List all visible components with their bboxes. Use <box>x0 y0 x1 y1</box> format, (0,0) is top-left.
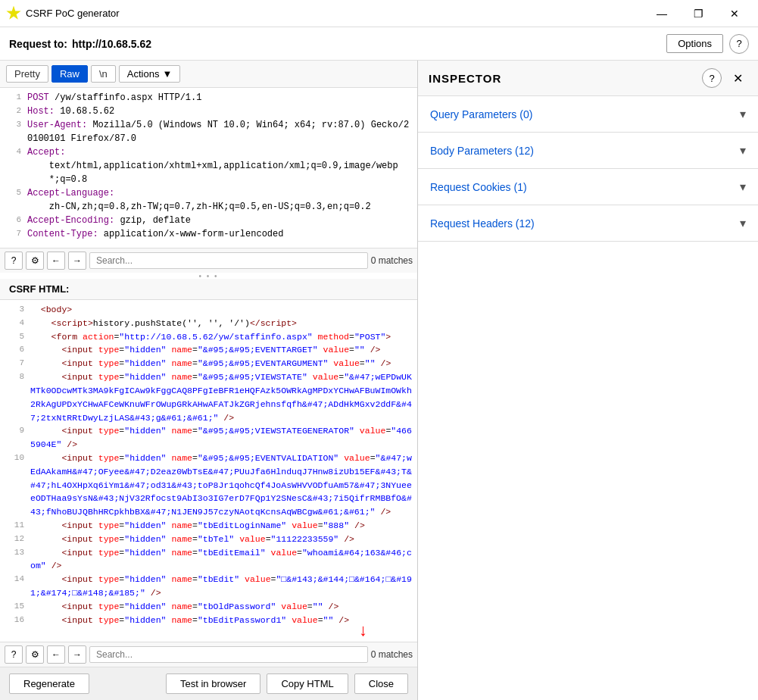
settings-search-icon[interactable]: ⚙ <box>26 252 44 270</box>
titlebar: CSRF PoC generator — ❐ ✕ <box>0 0 758 27</box>
left-panel: Pretty Raw \n Actions ▼ 1 POST /yw/staff… <box>0 61 418 700</box>
footer-right: Test in browser Copy HTML Close <box>166 673 408 694</box>
request-headers-chevron-icon: ▾ <box>740 216 746 230</box>
close-button[interactable]: Close <box>354 673 408 694</box>
table-row: 12 <input type="hidden" name="tbTel" val… <box>0 533 417 546</box>
footer-bar: Regenerate Test in browser Copy HTML Clo… <box>0 667 417 700</box>
table-row: 6 <input type="hidden" name="&#95;&#95;E… <box>0 343 417 357</box>
inspector-title: INSPECTOR <box>429 72 702 85</box>
bottom-prev-button[interactable]: ← <box>47 645 65 664</box>
bottom-search-bar: ? ⚙ ← → 0 matches <box>0 642 417 667</box>
table-row: 10 <input type="hidden" name="&#95;&#95;… <box>0 452 417 519</box>
inspector-close-button[interactable]: ✕ <box>728 68 747 88</box>
request-url: http://10.68.5.62 <box>72 38 151 50</box>
inspector-help-button[interactable]: ? <box>702 68 722 88</box>
actions-chevron-icon: ▼ <box>162 68 172 80</box>
request-toolbar: Pretty Raw \n Actions ▼ <box>0 61 417 88</box>
table-row: 3 User-Agent: Mozilla/5.0 (Windows NT 10… <box>0 118 417 145</box>
table-row: 11 <input type="hidden" name="tbEditLogi… <box>0 519 417 533</box>
request-headers-section: Request Headers (12) ▾ <box>418 205 758 242</box>
request-headers-header[interactable]: Request Headers (12) ▾ <box>418 205 758 241</box>
options-button[interactable]: Options <box>666 34 723 53</box>
newline-tab[interactable]: \n <box>91 65 116 83</box>
maximize-button[interactable]: ❐ <box>681 3 716 24</box>
bottom-next-button[interactable]: → <box>68 645 86 664</box>
request-cookies-label: Request Cookies (1) <box>430 181 527 193</box>
addressbar: Request to: http://10.68.5.62 Options ? <box>0 27 758 61</box>
top-search-bar: ? ⚙ ← → 0 matches <box>0 248 417 273</box>
table-row: 8 <input type="hidden" name="&#95;&#95;V… <box>0 370 417 424</box>
table-row: 2 Host: 10.68.5.62 <box>0 105 417 118</box>
help-button[interactable]: ? <box>729 34 749 54</box>
request-headers-label: Request Headers (12) <box>430 217 535 230</box>
request-cookies-chevron-icon: ▾ <box>740 180 746 194</box>
table-row: 3 <body> <box>0 303 417 317</box>
table-row: 16 <input type="hidden" name="tbEditPass… <box>0 614 417 627</box>
query-params-chevron-icon: ▾ <box>740 107 746 121</box>
query-params-header[interactable]: Query Parameters (0) ▾ <box>418 96 758 132</box>
copy-html-button[interactable]: Copy HTML <box>267 673 348 694</box>
body-params-label: Body Parameters (12) <box>430 145 534 157</box>
addressbar-actions: Options ? <box>666 34 749 54</box>
actions-label: Actions <box>127 68 160 80</box>
raw-tab[interactable]: Raw <box>51 65 88 83</box>
inspector-header: INSPECTOR ? ✕ <box>418 61 758 96</box>
window-controls: — ❐ ✕ <box>644 3 752 24</box>
body-params-header[interactable]: Body Parameters (12) ▾ <box>418 133 758 168</box>
table-row: 7 <input type="hidden" name="&#95;&#95;E… <box>0 357 417 370</box>
table-row: 7 Content-Type: application/x-www-form-u… <box>0 227 417 241</box>
close-window-button[interactable]: ✕ <box>717 3 752 24</box>
help-search-icon[interactable]: ? <box>5 252 23 270</box>
actions-button[interactable]: Actions ▼ <box>119 65 181 83</box>
request-code-area[interactable]: 1 POST /yw/staffinfo.aspx HTTP/1.1 2 Hos… <box>0 88 417 248</box>
bottom-settings-icon[interactable]: ⚙ <box>26 645 44 664</box>
table-row: 9 <input type="hidden" name="&#95;&#95;V… <box>0 424 417 452</box>
footer-left: Regenerate <box>9 673 89 694</box>
table-row: 1 POST /yw/staffinfo.aspx HTTP/1.1 <box>0 91 417 105</box>
table-row: 4 Accept: text/html,application/xhtml+xm… <box>0 145 417 186</box>
test-browser-button[interactable]: Test in browser <box>166 673 260 694</box>
bottom-search-input[interactable] <box>89 646 368 663</box>
minimize-button[interactable]: — <box>644 3 679 24</box>
csrf-panel: CSRF HTML: 3 <body> 4 <script>history.pu… <box>0 279 417 667</box>
prev-match-button[interactable]: ← <box>47 252 65 270</box>
bottom-search-wrapper: ? ⚙ ← → 0 matches ↓ <box>0 642 417 667</box>
csrf-label: CSRF HTML: <box>0 279 417 300</box>
query-params-label: Query Parameters (0) <box>430 108 532 120</box>
regenerate-button[interactable]: Regenerate <box>9 673 89 694</box>
query-params-section: Query Parameters (0) ▾ <box>418 96 758 133</box>
table-row: 5 Accept-Language: zh-CN,zh;q=0.8,zh-TW;… <box>0 186 417 214</box>
csrf-code-area[interactable]: 3 <body> 4 <script>history.pushState('',… <box>0 300 417 642</box>
bottom-help-icon[interactable]: ? <box>5 645 23 664</box>
panel-resizer[interactable]: • • • <box>0 273 417 279</box>
app-title: CSRF PoC generator <box>26 8 644 19</box>
table-row: 5 <form action="http://10.68.5.62/yw/sta… <box>0 330 417 344</box>
table-row: 4 <script>history.pushState('', '', '/')… <box>0 317 417 330</box>
body-params-chevron-icon: ▾ <box>740 143 746 158</box>
table-row: 14 <input type="hidden" name="tbEdit" va… <box>0 573 417 600</box>
pretty-tab[interactable]: Pretty <box>6 65 48 83</box>
request-viewer: Pretty Raw \n Actions ▼ 1 POST /yw/staff… <box>0 61 417 273</box>
next-match-button[interactable]: → <box>68 252 86 270</box>
main-content: Pretty Raw \n Actions ▼ 1 POST /yw/staff… <box>0 61 758 700</box>
top-matches-label: 0 matches <box>371 255 413 266</box>
table-row: 6 Accept-Encoding: gzip, deflate <box>0 214 417 227</box>
table-row: 13 <input type="hidden" name="tbEditEmai… <box>0 546 417 573</box>
request-cookies-header[interactable]: Request Cookies (1) ▾ <box>418 169 758 205</box>
body-params-section: Body Parameters (12) ▾ <box>418 133 758 169</box>
bottom-matches-label: 0 matches <box>371 649 413 660</box>
request-to-label: Request to: <box>9 38 67 50</box>
request-cookies-section: Request Cookies (1) ▾ <box>418 169 758 205</box>
app-icon <box>6 6 21 21</box>
top-search-input[interactable] <box>89 252 368 269</box>
inspector-sections: Query Parameters (0) ▾ Body Parameters (… <box>418 96 758 700</box>
inspector-panel: INSPECTOR ? ✕ Query Parameters (0) ▾ Bod… <box>418 61 758 700</box>
table-row: 15 <input type="hidden" name="tbOldPassw… <box>0 600 417 614</box>
